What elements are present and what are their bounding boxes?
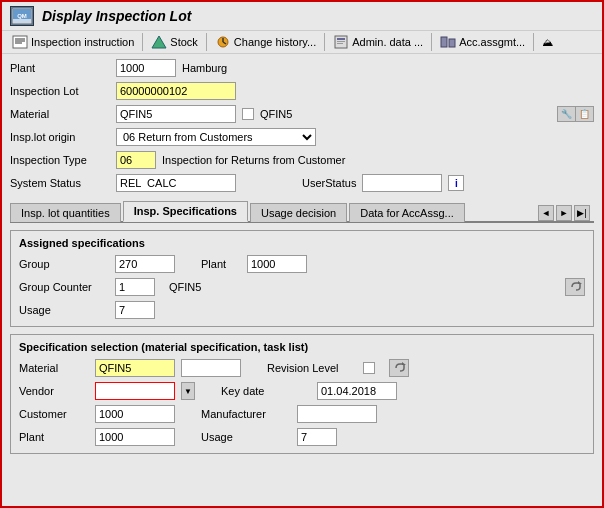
tab-insp-specifications-label: Insp. Specifications: [134, 205, 237, 217]
svg-rect-14: [337, 43, 343, 44]
tab-usage-decision-label: Usage decision: [261, 207, 336, 219]
inspection-lot-input[interactable]: [116, 82, 236, 100]
spec-material-input[interactable]: [95, 359, 175, 377]
group-counter-desc: QFIN5: [169, 281, 201, 293]
admin-data-label: Admin. data ...: [352, 36, 423, 48]
manufacturer-input[interactable]: [297, 405, 377, 423]
tab-data-acc-assg[interactable]: Data for AccAssg...: [349, 203, 465, 222]
inspection-type-input[interactable]: [116, 151, 156, 169]
svg-text:QM: QM: [17, 13, 27, 19]
group-counter-link-btn[interactable]: [565, 278, 585, 296]
plant-label-2: Plant: [201, 258, 241, 270]
toolbar-sep-5: [533, 33, 534, 51]
spec-usage-input[interactable]: [297, 428, 337, 446]
svg-rect-12: [337, 38, 345, 40]
plant-city: Hamburg: [182, 62, 227, 74]
toolbar-sep-1: [142, 33, 143, 51]
spec-selection-title: Specification selection (material specif…: [19, 341, 585, 353]
spec-plant-label: Plant: [19, 431, 89, 443]
insp-lot-origin-select[interactable]: 06 Return from Customers: [116, 128, 316, 146]
spec-material-row: Material Revision Level: [19, 358, 585, 378]
revision-level-checkbox[interactable]: [363, 362, 375, 374]
system-status-label: System Status: [10, 177, 110, 189]
insp-lot-origin-label: Insp.lot origin: [10, 131, 110, 143]
inspection-instruction-icon: [12, 35, 28, 49]
assigned-specs-title: Assigned specifications: [19, 237, 585, 249]
spec-plant-input[interactable]: [95, 428, 175, 446]
svg-marker-17: [578, 281, 582, 284]
toolbar-inspection-instruction[interactable]: Inspection instruction: [6, 33, 140, 51]
toolbar-more[interactable]: ⛰: [536, 34, 559, 50]
stock-label: Stock: [170, 36, 198, 48]
inspection-lot-row: Inspection Lot: [10, 81, 594, 101]
spec-selection-section: Specification selection (material specif…: [10, 334, 594, 454]
spec-material-label: Material: [19, 362, 89, 374]
usage-label: Usage: [19, 304, 109, 316]
customer-input[interactable]: [95, 405, 175, 423]
material-label: Material: [10, 108, 110, 120]
tab-insp-lot-quantities-label: Insp. lot quantities: [21, 207, 110, 219]
group-counter-label: Group Counter: [19, 281, 109, 293]
inspection-instruction-label: Inspection instruction: [31, 36, 134, 48]
key-date-input[interactable]: [317, 382, 397, 400]
toolbar: Inspection instruction Stock Change hist…: [2, 31, 602, 54]
group-input[interactable]: [115, 255, 175, 273]
svg-rect-13: [337, 41, 345, 42]
tab-insp-lot-quantities[interactable]: Insp. lot quantities: [10, 203, 121, 222]
plant-input-2[interactable]: [247, 255, 307, 273]
acc-assgmt-label: Acc.assgmt...: [459, 36, 525, 48]
tabs-container: Insp. lot quantities Insp. Specification…: [10, 200, 594, 223]
tab-nav-buttons: ◄ ► ▶|: [538, 205, 594, 221]
change-history-label: Change history...: [234, 36, 316, 48]
plant-input[interactable]: [116, 59, 176, 77]
spec-link-btn[interactable]: [389, 359, 409, 377]
assigned-specs-section: Assigned specifications Group Plant Grou…: [10, 230, 594, 327]
spec-material-input2[interactable]: [181, 359, 241, 377]
tab-nav-right[interactable]: ►: [556, 205, 572, 221]
assigned-specs-group-row: Group Plant: [19, 254, 585, 274]
inspection-type-desc: Inspection for Returns from Customer: [162, 154, 345, 166]
system-status-input[interactable]: [116, 174, 236, 192]
app-icon: QM: [10, 6, 34, 26]
user-status-input[interactable]: [362, 174, 442, 192]
toolbar-sep-4: [431, 33, 432, 51]
material-action-btn[interactable]: 🔧 📋: [557, 106, 594, 122]
material-row: Material QFIN5 🔧 📋: [10, 104, 594, 124]
tab-usage-decision[interactable]: Usage decision: [250, 203, 347, 222]
title-bar: QM Display Inspection Lot: [2, 2, 602, 31]
svg-marker-18: [402, 362, 406, 365]
spec-usage-label: Usage: [201, 431, 291, 443]
user-status-label: UserStatus: [302, 177, 356, 189]
svg-rect-3: [13, 36, 27, 48]
material-btn-icon1: 🔧: [558, 107, 576, 121]
plant-row: Plant Hamburg: [10, 58, 594, 78]
page-title: Display Inspection Lot: [42, 8, 191, 24]
vendor-dropdown-btn[interactable]: ▼: [181, 382, 195, 400]
tab-nav-last[interactable]: ▶|: [574, 205, 590, 221]
usage-row: Usage: [19, 300, 585, 320]
toolbar-acc-assgmt[interactable]: Acc.assgmt...: [434, 33, 531, 51]
customer-label: Customer: [19, 408, 89, 420]
tab-nav-left[interactable]: ◄: [538, 205, 554, 221]
tab-insp-specifications[interactable]: Insp. Specifications: [123, 201, 248, 222]
group-counter-row: Group Counter QFIN5: [19, 277, 585, 297]
group-counter-input[interactable]: [115, 278, 155, 296]
usage-input[interactable]: [115, 301, 155, 319]
svg-rect-16: [449, 39, 455, 47]
toolbar-change-history[interactable]: Change history...: [209, 33, 322, 51]
plant-label: Plant: [10, 62, 110, 74]
vendor-input[interactable]: [95, 382, 175, 400]
material-checkbox[interactable]: [242, 108, 254, 120]
toolbar-admin-data[interactable]: Admin. data ...: [327, 33, 429, 51]
toolbar-stock[interactable]: Stock: [145, 33, 204, 51]
main-window: QM Display Inspection Lot Inspection ins…: [0, 0, 604, 508]
toolbar-sep-2: [206, 33, 207, 51]
tab-data-acc-assg-label: Data for AccAssg...: [360, 207, 454, 219]
material-input[interactable]: [116, 105, 236, 123]
inspection-type-label: Inspection Type: [10, 154, 110, 166]
main-content: Plant Hamburg Inspection Lot Material QF…: [2, 54, 602, 506]
insp-lot-origin-row: Insp.lot origin 06 Return from Customers: [10, 127, 594, 147]
info-icon[interactable]: i: [448, 175, 464, 191]
group-label: Group: [19, 258, 109, 270]
more-icon: ⛰: [542, 36, 553, 48]
